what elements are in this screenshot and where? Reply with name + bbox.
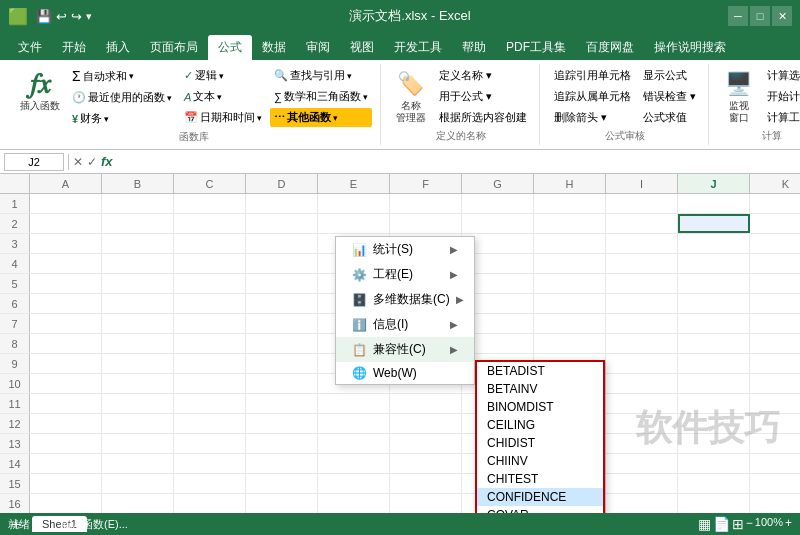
cell-K8[interactable]: [750, 334, 800, 353]
cell-K12[interactable]: [750, 414, 800, 433]
cancel-formula-icon[interactable]: ✕: [73, 155, 83, 169]
cell-C11[interactable]: [174, 394, 246, 413]
btn-datetime[interactable]: 📅 日期和时间 ▾: [180, 108, 266, 127]
cell-E13[interactable]: [318, 434, 390, 453]
compat-CHITEST[interactable]: CHITEST: [477, 470, 603, 488]
cell-A1[interactable]: [30, 194, 102, 213]
cell-H5[interactable]: [534, 274, 606, 293]
compat-BINOMDIST[interactable]: BINOMDIST: [477, 398, 603, 416]
col-header-B[interactable]: B: [102, 174, 174, 193]
cell-F2[interactable]: [390, 214, 462, 233]
cell-H2[interactable]: [534, 214, 606, 233]
cell-I2[interactable]: [606, 214, 678, 233]
cell-A9[interactable]: [30, 354, 102, 373]
cell-B11[interactable]: [102, 394, 174, 413]
quick-access-save[interactable]: 💾: [36, 9, 52, 24]
compat-CHIDIST[interactable]: CHIDIST: [477, 434, 603, 452]
menu-item-info[interactable]: ℹ️ 信息(I) ▶: [336, 312, 474, 337]
compat-BETAINV[interactable]: BETAINV: [477, 380, 603, 398]
cell-B12[interactable]: [102, 414, 174, 433]
menu-item-engineering[interactable]: ⚙️ 工程(E) ▶: [336, 262, 474, 287]
cell-H1[interactable]: [534, 194, 606, 213]
cell-K15[interactable]: [750, 474, 800, 493]
cell-B16[interactable]: [102, 494, 174, 513]
text-arrow[interactable]: ▾: [217, 92, 222, 102]
btn-calc-options[interactable]: 计算选项 ▾: [763, 66, 800, 85]
btn-define-name[interactable]: 定义名称 ▾: [435, 66, 531, 85]
zoom-in-btn[interactable]: +: [785, 516, 792, 532]
tab-pdf[interactable]: PDF工具集: [496, 35, 576, 60]
btn-trace-precedents[interactable]: 追踪引用单元格: [550, 66, 635, 85]
cell-K13[interactable]: [750, 434, 800, 453]
cell-C9[interactable]: [174, 354, 246, 373]
cell-A11[interactable]: [30, 394, 102, 413]
cell-A3[interactable]: [30, 234, 102, 253]
cell-H4[interactable]: [534, 254, 606, 273]
quick-access-redo[interactable]: ↪: [71, 9, 82, 24]
cell-K4[interactable]: [750, 254, 800, 273]
cell-C5[interactable]: [174, 274, 246, 293]
cell-E12[interactable]: [318, 414, 390, 433]
btn-evaluate-formula[interactable]: 公式求值: [639, 108, 700, 127]
cell-F14[interactable]: [390, 454, 462, 473]
btn-trace-dependents[interactable]: 追踪从属单元格: [550, 87, 635, 106]
cell-F1[interactable]: [390, 194, 462, 213]
cell-A7[interactable]: [30, 314, 102, 333]
cell-B6[interactable]: [102, 294, 174, 313]
lookup-arrow[interactable]: ▾: [347, 71, 352, 81]
cell-F13[interactable]: [390, 434, 462, 453]
col-header-G[interactable]: G: [462, 174, 534, 193]
cell-I16[interactable]: [606, 494, 678, 513]
cell-J5[interactable]: [678, 274, 750, 293]
cell-A12[interactable]: [30, 414, 102, 433]
cell-A14[interactable]: [30, 454, 102, 473]
col-header-D[interactable]: D: [246, 174, 318, 193]
tab-devtools[interactable]: 开发工具: [384, 35, 452, 60]
menu-item-web[interactable]: 🌐 Web(W): [336, 362, 474, 384]
cell-A5[interactable]: [30, 274, 102, 293]
cell-A13[interactable]: [30, 434, 102, 453]
cell-I12[interactable]: [606, 414, 678, 433]
btn-financial[interactable]: ¥ 财务 ▾: [68, 109, 176, 128]
btn-autosum[interactable]: Σ 自动求和 ▾: [68, 66, 176, 86]
btn-monitor-window[interactable]: 🖥️ 监视窗口: [719, 66, 759, 126]
cell-B8[interactable]: [102, 334, 174, 353]
cell-I1[interactable]: [606, 194, 678, 213]
tab-data[interactable]: 数据: [252, 35, 296, 60]
insert-fn-icon[interactable]: fx: [101, 154, 113, 169]
col-header-I[interactable]: I: [606, 174, 678, 193]
cell-H3[interactable]: [534, 234, 606, 253]
tab-file[interactable]: 文件: [8, 35, 52, 60]
insert-fn-status[interactable]: 插入函数(E)...: [60, 517, 128, 532]
cell-C13[interactable]: [174, 434, 246, 453]
cell-B2[interactable]: [102, 214, 174, 233]
cell-D11[interactable]: [246, 394, 318, 413]
btn-recent-functions[interactable]: 🕐 最近使用的函数 ▾: [68, 88, 176, 107]
cell-J3[interactable]: [678, 234, 750, 253]
cell-C3[interactable]: [174, 234, 246, 253]
cell-J13[interactable]: [678, 434, 750, 453]
cell-B14[interactable]: [102, 454, 174, 473]
cell-D13[interactable]: [246, 434, 318, 453]
autosum-arrow[interactable]: ▾: [129, 71, 134, 81]
cell-D12[interactable]: [246, 414, 318, 433]
cell-D6[interactable]: [246, 294, 318, 313]
cell-E2[interactable]: [318, 214, 390, 233]
cell-J1[interactable]: [678, 194, 750, 213]
cell-I9[interactable]: [606, 354, 678, 373]
btn-use-in-formula[interactable]: 用于公式 ▾: [435, 87, 531, 106]
cell-F11[interactable]: [390, 394, 462, 413]
recent-arrow[interactable]: ▾: [167, 93, 172, 103]
cell-E11[interactable]: [318, 394, 390, 413]
cell-J10[interactable]: [678, 374, 750, 393]
tab-view[interactable]: 视图: [340, 35, 384, 60]
btn-remove-arrows[interactable]: 删除箭头 ▾: [550, 108, 635, 127]
tab-layout[interactable]: 页面布局: [140, 35, 208, 60]
cell-A10[interactable]: [30, 374, 102, 393]
cell-D8[interactable]: [246, 334, 318, 353]
cell-K5[interactable]: [750, 274, 800, 293]
compat-CEILING[interactable]: CEILING: [477, 416, 603, 434]
cell-A16[interactable]: [30, 494, 102, 513]
cell-J2[interactable]: [678, 214, 750, 233]
page-layout-btn[interactable]: 📄: [713, 516, 730, 532]
